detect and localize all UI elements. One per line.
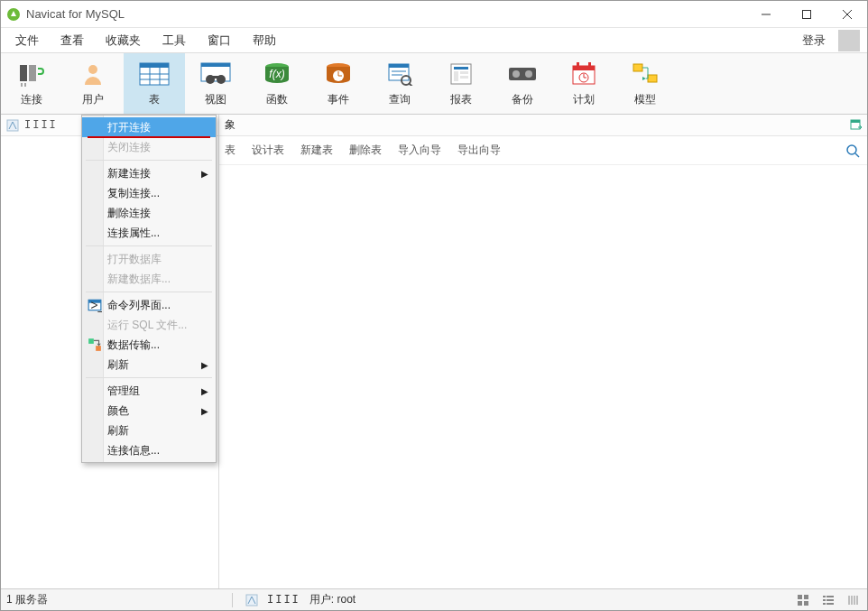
connection-icon <box>6 119 19 132</box>
cm-data-transfer[interactable]: 数据传输... <box>82 335 216 355</box>
chevron-right-icon: ▶ <box>201 406 208 416</box>
cm-open-database[interactable]: 打开数据库 <box>82 249 216 269</box>
menu-favorites[interactable]: 收藏夹 <box>95 29 152 52</box>
window-minimize-button[interactable] <box>745 1 786 28</box>
chevron-right-icon: ▶ <box>201 360 208 370</box>
cm-close-connection[interactable]: 关闭连接 <box>82 137 216 157</box>
content-area: IIII 打开连接 关闭连接 新建连接▶ 复制连接... 删除连接 连接属性..… <box>1 115 867 588</box>
menu-window[interactable]: 窗口 <box>197 29 242 52</box>
toolbar-event-button[interactable]: 事件 <box>308 53 369 114</box>
toolbar-user-button[interactable]: 用户 <box>62 53 124 114</box>
menu-help[interactable]: 帮助 <box>242 29 287 52</box>
svg-rect-11 <box>140 63 169 68</box>
cm-manage-group[interactable]: 管理组▶ <box>82 381 216 401</box>
bt-new-table[interactable]: 新建表 <box>297 143 333 158</box>
cm-color[interactable]: 颜色▶ <box>82 401 216 421</box>
svg-rect-77 <box>826 596 834 597</box>
plug-icon <box>16 60 47 88</box>
svg-rect-73 <box>804 595 808 599</box>
main-toolbar: 连接 用户 表 视图 f(x) 函数 事件 查询 报表 备份 计划 模型 <box>1 53 867 115</box>
svg-rect-72 <box>798 595 802 599</box>
toolbar-table-button[interactable]: 表 <box>124 53 185 114</box>
search-icon[interactable] <box>845 143 860 158</box>
toolbar-label: 用户 <box>82 92 104 107</box>
toolbar-label: 备份 <box>512 92 533 107</box>
menu-tools[interactable]: 工具 <box>152 29 197 52</box>
cm-refresh-submenu[interactable]: 刷新▶ <box>82 355 216 375</box>
svg-text:>_: >_ <box>90 299 102 312</box>
toolbar-connection-button[interactable]: 连接 <box>1 53 62 114</box>
toolbar-query-button[interactable]: 查询 <box>369 53 430 114</box>
svg-point-69 <box>847 145 856 154</box>
toolbar-report-button[interactable]: 报表 <box>430 53 492 114</box>
bt-export-wizard[interactable]: 导出向导 <box>454 143 501 158</box>
svg-rect-42 <box>573 66 595 70</box>
svg-rect-78 <box>823 599 826 601</box>
cm-separator <box>86 160 212 161</box>
cm-console[interactable]: >_ 命令列界面... <box>82 295 216 315</box>
toolbar-model-button[interactable]: 模型 <box>614 53 676 114</box>
window-maximize-button[interactable] <box>786 1 826 28</box>
report-icon <box>448 60 475 88</box>
bt-delete-table[interactable]: 删除表 <box>346 143 382 158</box>
panel-extra-icon[interactable] <box>849 118 863 133</box>
bt-import-wizard[interactable]: 导入向导 <box>394 143 441 158</box>
chevron-right-icon: ▶ <box>201 386 208 396</box>
tab-bar: 象 <box>219 115 867 136</box>
sidebar: IIII 打开连接 关闭连接 新建连接▶ 复制连接... 删除连接 连接属性..… <box>1 115 219 588</box>
svg-rect-76 <box>823 596 826 597</box>
toolbar-label: 查询 <box>389 92 411 107</box>
toolbar-label: 事件 <box>328 92 349 107</box>
cm-run-sql-file[interactable]: 运行 SQL 文件... <box>82 315 216 335</box>
status-connection-icon <box>245 594 258 606</box>
cm-copy-connection[interactable]: 复制连接... <box>82 183 216 203</box>
cm-open-connection[interactable]: 打开连接 <box>82 117 216 137</box>
titlebar: Navicat for MySQL <box>1 1 867 28</box>
toolbar-label: 函数 <box>266 92 288 107</box>
cm-connection-info[interactable]: 连接信息... <box>82 440 216 460</box>
svg-rect-80 <box>823 603 826 605</box>
toolbar-label: 视图 <box>205 92 226 107</box>
app-title: Navicat for MySQL <box>26 7 745 21</box>
view-icon <box>200 60 231 88</box>
avatar-icon[interactable] <box>838 30 860 51</box>
svg-rect-20 <box>209 76 222 79</box>
schedule-icon <box>571 60 596 88</box>
toolbar-label: 表 <box>149 92 160 107</box>
svg-point-9 <box>88 65 97 74</box>
window-close-button[interactable] <box>826 1 867 28</box>
toolbar-label: 模型 <box>634 92 656 107</box>
toolbar-label: 计划 <box>573 92 595 107</box>
cm-refresh[interactable]: 刷新 <box>82 421 216 440</box>
cm-connection-properties[interactable]: 连接属性... <box>82 223 216 243</box>
view-list-button[interactable] <box>820 592 836 608</box>
bt-design-table[interactable]: 设计表 <box>248 143 284 158</box>
cm-new-connection[interactable]: 新建连接▶ <box>82 163 216 183</box>
menu-file[interactable]: 文件 <box>5 29 50 52</box>
context-menu: 打开连接 关闭连接 新建连接▶ 复制连接... 删除连接 连接属性... 打开数… <box>81 115 217 463</box>
svg-marker-57 <box>97 344 101 346</box>
chevron-right-icon: ▶ <box>201 169 208 179</box>
view-details-button[interactable] <box>845 592 862 608</box>
event-icon <box>325 60 352 88</box>
tab-objects[interactable]: 象 <box>225 117 235 133</box>
cm-new-database[interactable]: 新建数据库... <box>82 269 216 289</box>
statusbar: 1 服务器 IIII 用户: root <box>1 588 867 610</box>
object-toolbar: 表 设计表 新建表 删除表 导入向导 <box>219 136 867 165</box>
svg-rect-49 <box>648 75 657 82</box>
svg-rect-2 <box>802 10 810 18</box>
toolbar-view-button[interactable]: 视图 <box>185 53 246 114</box>
menu-view[interactable]: 查看 <box>50 29 95 52</box>
svg-rect-74 <box>798 601 802 606</box>
svg-rect-79 <box>826 599 834 601</box>
toolbar-label: 连接 <box>21 92 42 107</box>
cm-delete-connection[interactable]: 删除连接 <box>82 203 216 223</box>
toolbar-backup-button[interactable]: 备份 <box>492 53 553 114</box>
view-large-icons-button[interactable] <box>795 592 811 608</box>
login-link[interactable]: 登录 <box>793 29 835 52</box>
bt-open-table[interactable]: 表 <box>225 143 235 158</box>
toolbar-function-button[interactable]: f(x) 函数 <box>246 53 308 114</box>
svg-line-70 <box>855 153 859 157</box>
toolbar-schedule-button[interactable]: 计划 <box>553 53 614 114</box>
function-icon: f(x) <box>263 60 291 88</box>
